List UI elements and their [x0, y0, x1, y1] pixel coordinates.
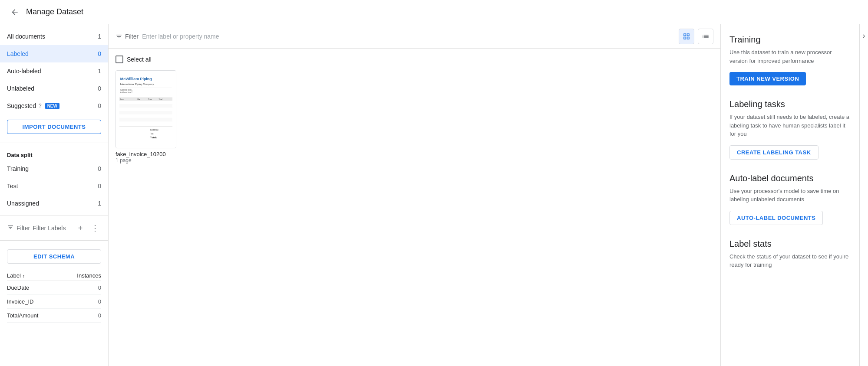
- toolbar-filter: Filter: [116, 33, 139, 40]
- svg-rect-22: [119, 118, 172, 121]
- auto-label-title: Auto-label documents: [729, 173, 851, 183]
- filter-row: Filter Filter Labels + ⋮: [0, 219, 108, 237]
- divider-3: [0, 240, 108, 241]
- svg-rect-12: [119, 101, 172, 104]
- label-stats-desc: Check the status of your dataset to see …: [729, 252, 851, 269]
- sidebar-item-suggested[interactable]: Suggested ? NEW 0: [0, 97, 108, 114]
- svg-text:Price: Price: [148, 98, 152, 100]
- data-split-header: Data split: [0, 147, 108, 160]
- auto-label-documents-button[interactable]: AUTO-LABEL DOCUMENTS: [729, 211, 823, 225]
- doc-info: fake_invoice_10200 1 page: [116, 151, 176, 163]
- docs-grid: McWilliam Piping International Piping Co…: [116, 70, 713, 163]
- create-labeling-task-button[interactable]: CREATE LABELING TASK: [729, 145, 818, 160]
- grid-view-button[interactable]: [679, 29, 694, 44]
- labeling-tasks-section: Labeling tasks If your dataset still nee…: [729, 99, 851, 160]
- divider-2: [0, 216, 108, 216]
- import-documents-button[interactable]: IMPORT DOCUMENTS: [7, 120, 101, 134]
- sidebar-item-unlabeled[interactable]: Unlabeled 0: [0, 80, 108, 97]
- back-button[interactable]: [7, 4, 23, 20]
- svg-text:Total:: Total:: [150, 136, 157, 139]
- svg-text:Address line 1: Address line 1: [120, 89, 133, 91]
- sort-up-icon: ↑: [23, 273, 25, 278]
- content-area: Filter Select all: [109, 24, 720, 366]
- sidebar-item-unassigned[interactable]: Unassigned 1: [0, 195, 108, 212]
- document-card[interactable]: McWilliam Piping International Piping Co…: [116, 70, 176, 163]
- svg-text:Item: Item: [120, 98, 124, 100]
- svg-text:Subtotal:: Subtotal:: [150, 129, 158, 131]
- svg-rect-16: [119, 108, 172, 111]
- sidebar-item-training[interactable]: Training 0: [0, 160, 108, 177]
- docs-area: Select all McWilliam Piping Internationa…: [109, 49, 720, 366]
- collapse-panel-button[interactable]: ›: [859, 24, 868, 366]
- labeling-tasks-desc: If your dataset still needs to be labele…: [729, 113, 851, 138]
- doc-pages: 1 page: [116, 157, 176, 163]
- select-all-checkbox[interactable]: [116, 56, 123, 63]
- train-new-version-button[interactable]: TRAIN NEW VERSION: [729, 72, 806, 85]
- invoice-preview-svg: McWilliam Piping International Piping Co…: [116, 71, 176, 148]
- svg-text:Tax:: Tax:: [150, 133, 154, 135]
- collapse-chevron-icon: ›: [863, 31, 865, 40]
- divider-1: [0, 143, 108, 143]
- toolbar: Filter: [109, 24, 720, 49]
- doc-thumbnail[interactable]: McWilliam Piping International Piping Co…: [116, 70, 176, 148]
- sidebar-item-all-documents[interactable]: All documents 1: [0, 28, 108, 45]
- svg-text:International Piping Company: International Piping Company: [120, 83, 154, 85]
- sidebar: All documents 1 Labeled 0 Auto-labeled 1…: [0, 24, 109, 366]
- sidebar-item-auto-labeled[interactable]: Auto-labeled 1: [0, 62, 108, 80]
- label-column-header[interactable]: Label ↑: [7, 272, 25, 279]
- svg-text:McWilliam Piping: McWilliam Piping: [120, 77, 152, 81]
- right-panel: Training Use this dataset to train a new…: [720, 24, 859, 366]
- auto-label-desc: Use your processor's model to save time …: [729, 187, 851, 204]
- svg-rect-18: [119, 111, 172, 114]
- auto-label-section: Auto-label documents Use your processor'…: [729, 173, 851, 225]
- filter-more-button[interactable]: ⋮: [89, 222, 101, 234]
- label-stats-title: Label stats: [729, 239, 851, 249]
- page-title: Manage Dataset: [26, 7, 83, 16]
- training-section: Training Use this dataset to train a new…: [729, 35, 851, 85]
- training-title: Training: [729, 35, 851, 45]
- list-view-button[interactable]: [698, 29, 713, 44]
- label-stats-section: Label stats Check the status of your dat…: [729, 239, 851, 269]
- training-desc: Use this dataset to train a new processo…: [729, 48, 851, 65]
- select-all-label[interactable]: Select all: [127, 56, 152, 63]
- svg-text:Qty: Qty: [137, 98, 140, 100]
- sidebar-item-labeled[interactable]: Labeled 0: [0, 45, 108, 62]
- filter-icon: [7, 224, 14, 232]
- filter-input[interactable]: [142, 33, 407, 40]
- svg-rect-14: [119, 104, 172, 108]
- svg-text:Total: Total: [159, 98, 162, 100]
- suggested-help-icon[interactable]: ?: [39, 103, 42, 109]
- select-all-row: Select all: [116, 56, 713, 63]
- label-row-totalamount[interactable]: TotalAmount 0: [7, 309, 101, 323]
- filter-add-button[interactable]: +: [74, 222, 86, 234]
- label-table: Label ↑ Instances DueDate 0 Invoice_ID 0…: [0, 269, 108, 323]
- instances-column-header: Instances: [77, 272, 101, 279]
- svg-rect-20: [119, 114, 172, 118]
- doc-name: fake_invoice_10200: [116, 151, 176, 157]
- label-row-invoice-id[interactable]: Invoice_ID 0: [7, 295, 101, 309]
- edit-schema-button[interactable]: EDIT SCHEMA: [7, 249, 101, 264]
- svg-rect-6: [119, 97, 172, 101]
- label-row-duedate[interactable]: DueDate 0: [7, 281, 101, 295]
- label-table-header: Label ↑ Instances: [7, 269, 101, 281]
- svg-text:Address line 2: Address line 2: [120, 92, 133, 94]
- toolbar-filter-icon: [116, 33, 122, 40]
- sidebar-item-test[interactable]: Test 0: [0, 177, 108, 195]
- new-badge: NEW: [45, 103, 59, 109]
- labeling-tasks-title: Labeling tasks: [729, 99, 851, 109]
